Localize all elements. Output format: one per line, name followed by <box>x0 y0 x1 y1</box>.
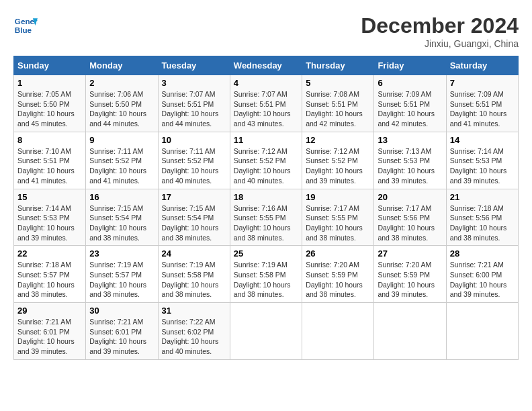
calendar-cell: 17 Sunrise: 7:15 AM Sunset: 5:54 PM Dayl… <box>158 189 230 246</box>
day-number: 9 <box>89 135 154 145</box>
page-header: General Blue December 2024 Jinxiu, Guang… <box>13 13 519 49</box>
day-number: 1 <box>17 78 82 88</box>
day-number: 5 <box>306 78 370 88</box>
day-info: Sunrise: 7:18 AM Sunset: 5:57 PM Dayligh… <box>17 260 82 300</box>
day-info: Sunrise: 7:13 AM Sunset: 5:53 PM Dayligh… <box>378 146 442 186</box>
calendar-table: Sunday Monday Tuesday Wednesday Thursday… <box>13 56 519 360</box>
day-info: Sunrise: 7:17 AM Sunset: 5:55 PM Dayligh… <box>306 203 370 243</box>
calendar-cell: 15 Sunrise: 7:14 AM Sunset: 5:53 PM Dayl… <box>14 189 86 246</box>
day-number: 26 <box>306 248 370 259</box>
day-number: 8 <box>17 135 82 145</box>
day-number: 7 <box>450 78 515 88</box>
calendar-cell: 9 Sunrise: 7:11 AM Sunset: 5:52 PM Dayli… <box>86 132 158 189</box>
day-info: Sunrise: 7:05 AM Sunset: 5:50 PM Dayligh… <box>17 89 82 129</box>
calendar-cell: 23 Sunrise: 7:19 AM Sunset: 5:57 PM Dayl… <box>86 246 158 303</box>
calendar-cell: 13 Sunrise: 7:13 AM Sunset: 5:53 PM Dayl… <box>374 132 446 189</box>
calendar-week-2: 8 Sunrise: 7:10 AM Sunset: 5:51 PM Dayli… <box>14 132 519 189</box>
day-info: Sunrise: 7:21 AM Sunset: 6:00 PM Dayligh… <box>450 260 515 300</box>
day-number: 17 <box>162 192 226 202</box>
day-info: Sunrise: 7:08 AM Sunset: 5:51 PM Dayligh… <box>306 89 370 129</box>
calendar-cell: 20 Sunrise: 7:17 AM Sunset: 5:56 PM Dayl… <box>374 189 446 246</box>
day-number: 25 <box>234 248 298 259</box>
day-number: 16 <box>89 192 154 202</box>
day-number: 6 <box>378 78 442 88</box>
col-thursday: Thursday <box>302 56 374 75</box>
calendar-week-4: 22 Sunrise: 7:18 AM Sunset: 5:57 PM Dayl… <box>14 246 519 303</box>
day-number: 18 <box>234 192 298 202</box>
calendar-cell: 24 Sunrise: 7:19 AM Sunset: 5:58 PM Dayl… <box>158 246 230 303</box>
calendar-cell: 6 Sunrise: 7:09 AM Sunset: 5:51 PM Dayli… <box>374 75 446 132</box>
logo-icon: General Blue <box>13 13 38 38</box>
calendar-cell: 19 Sunrise: 7:17 AM Sunset: 5:55 PM Dayl… <box>302 189 374 246</box>
day-info: Sunrise: 7:06 AM Sunset: 5:50 PM Dayligh… <box>89 89 154 129</box>
calendar-cell <box>446 303 518 360</box>
calendar-cell: 10 Sunrise: 7:11 AM Sunset: 5:52 PM Dayl… <box>158 132 230 189</box>
calendar-cell: 31 Sunrise: 7:22 AM Sunset: 6:02 PM Dayl… <box>158 303 230 360</box>
day-number: 23 <box>89 248 154 259</box>
day-info: Sunrise: 7:10 AM Sunset: 5:51 PM Dayligh… <box>17 146 82 186</box>
day-info: Sunrise: 7:09 AM Sunset: 5:51 PM Dayligh… <box>378 89 442 129</box>
day-number: 4 <box>234 78 298 88</box>
calendar-cell <box>302 303 374 360</box>
calendar-cell: 16 Sunrise: 7:15 AM Sunset: 5:54 PM Dayl… <box>86 189 158 246</box>
calendar-cell: 14 Sunrise: 7:14 AM Sunset: 5:53 PM Dayl… <box>446 132 518 189</box>
day-number: 15 <box>17 192 82 202</box>
calendar-week-3: 15 Sunrise: 7:14 AM Sunset: 5:53 PM Dayl… <box>14 189 519 246</box>
calendar-cell: 28 Sunrise: 7:21 AM Sunset: 6:00 PM Dayl… <box>446 246 518 303</box>
calendar-cell: 5 Sunrise: 7:08 AM Sunset: 5:51 PM Dayli… <box>302 75 374 132</box>
calendar-cell: 26 Sunrise: 7:20 AM Sunset: 5:59 PM Dayl… <box>302 246 374 303</box>
day-info: Sunrise: 7:21 AM Sunset: 6:01 PM Dayligh… <box>17 317 82 357</box>
day-number: 30 <box>89 306 154 316</box>
day-info: Sunrise: 7:12 AM Sunset: 5:52 PM Dayligh… <box>234 146 298 186</box>
logo: General Blue <box>13 13 38 38</box>
day-info: Sunrise: 7:11 AM Sunset: 5:52 PM Dayligh… <box>89 146 154 186</box>
day-info: Sunrise: 7:22 AM Sunset: 6:02 PM Dayligh… <box>162 317 226 357</box>
day-info: Sunrise: 7:15 AM Sunset: 5:54 PM Dayligh… <box>162 203 226 243</box>
day-info: Sunrise: 7:16 AM Sunset: 5:55 PM Dayligh… <box>234 203 298 243</box>
calendar-cell: 22 Sunrise: 7:18 AM Sunset: 5:57 PM Dayl… <box>14 246 86 303</box>
calendar-cell: 11 Sunrise: 7:12 AM Sunset: 5:52 PM Dayl… <box>230 132 302 189</box>
calendar-cell: 21 Sunrise: 7:18 AM Sunset: 5:56 PM Dayl… <box>446 189 518 246</box>
calendar-cell: 25 Sunrise: 7:19 AM Sunset: 5:58 PM Dayl… <box>230 246 302 303</box>
calendar-cell: 4 Sunrise: 7:07 AM Sunset: 5:51 PM Dayli… <box>230 75 302 132</box>
day-info: Sunrise: 7:19 AM Sunset: 5:57 PM Dayligh… <box>89 260 154 300</box>
day-number: 19 <box>306 192 370 202</box>
day-number: 12 <box>306 135 370 145</box>
svg-text:Blue: Blue <box>15 26 32 34</box>
day-info: Sunrise: 7:14 AM Sunset: 5:53 PM Dayligh… <box>17 203 82 243</box>
day-info: Sunrise: 7:11 AM Sunset: 5:52 PM Dayligh… <box>162 146 226 186</box>
day-info: Sunrise: 7:21 AM Sunset: 6:01 PM Dayligh… <box>89 317 154 357</box>
day-number: 21 <box>450 192 515 202</box>
calendar-week-5: 29 Sunrise: 7:21 AM Sunset: 6:01 PM Dayl… <box>14 303 519 360</box>
calendar-cell: 30 Sunrise: 7:21 AM Sunset: 6:01 PM Dayl… <box>86 303 158 360</box>
day-info: Sunrise: 7:15 AM Sunset: 5:54 PM Dayligh… <box>89 203 154 243</box>
calendar-cell: 12 Sunrise: 7:12 AM Sunset: 5:52 PM Dayl… <box>302 132 374 189</box>
day-info: Sunrise: 7:17 AM Sunset: 5:56 PM Dayligh… <box>378 203 442 243</box>
day-info: Sunrise: 7:20 AM Sunset: 5:59 PM Dayligh… <box>306 260 370 300</box>
day-number: 27 <box>378 248 442 259</box>
day-number: 14 <box>450 135 515 145</box>
location: Jinxiu, Guangxi, China <box>361 38 519 49</box>
day-info: Sunrise: 7:09 AM Sunset: 5:51 PM Dayligh… <box>450 89 515 129</box>
col-sunday: Sunday <box>14 56 86 75</box>
calendar-cell: 8 Sunrise: 7:10 AM Sunset: 5:51 PM Dayli… <box>14 132 86 189</box>
day-number: 24 <box>162 248 226 259</box>
calendar-cell: 27 Sunrise: 7:20 AM Sunset: 5:59 PM Dayl… <box>374 246 446 303</box>
day-number: 31 <box>162 306 226 316</box>
day-number: 20 <box>378 192 442 202</box>
calendar-cell: 1 Sunrise: 7:05 AM Sunset: 5:50 PM Dayli… <box>14 75 86 132</box>
day-info: Sunrise: 7:20 AM Sunset: 5:59 PM Dayligh… <box>378 260 442 300</box>
day-number: 10 <box>162 135 226 145</box>
calendar-cell <box>230 303 302 360</box>
day-info: Sunrise: 7:07 AM Sunset: 5:51 PM Dayligh… <box>234 89 298 129</box>
day-info: Sunrise: 7:19 AM Sunset: 5:58 PM Dayligh… <box>162 260 226 300</box>
col-friday: Friday <box>374 56 446 75</box>
day-number: 3 <box>162 78 226 88</box>
col-saturday: Saturday <box>446 56 518 75</box>
day-info: Sunrise: 7:18 AM Sunset: 5:56 PM Dayligh… <box>450 203 515 243</box>
calendar-cell: 29 Sunrise: 7:21 AM Sunset: 6:01 PM Dayl… <box>14 303 86 360</box>
month-title: December 2024 <box>361 13 519 38</box>
day-number: 11 <box>234 135 298 145</box>
day-number: 13 <box>378 135 442 145</box>
day-info: Sunrise: 7:07 AM Sunset: 5:51 PM Dayligh… <box>162 89 226 129</box>
